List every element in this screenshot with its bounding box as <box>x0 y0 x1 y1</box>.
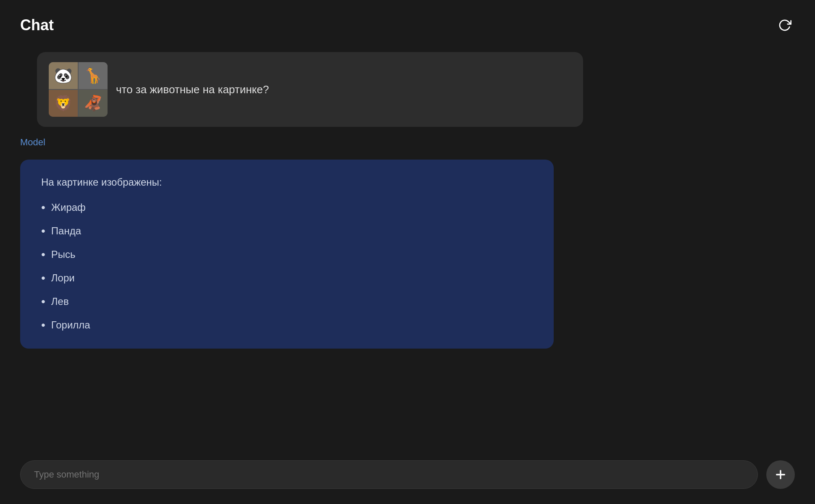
chat-area: 🐼 🦒 🦁 🦧 что за животные на картинке? Mod… <box>0 44 815 452</box>
list-item: Панда <box>41 224 533 238</box>
animal-cell-3: 🦁 <box>49 90 78 117</box>
chat-input[interactable] <box>34 469 744 480</box>
plus-icon <box>774 468 787 481</box>
add-button[interactable] <box>766 460 795 489</box>
animal-cell-4: 🦧 <box>79 90 108 117</box>
refresh-icon <box>778 18 791 32</box>
user-message-image: 🐼 🦒 🦁 🦧 <box>49 62 108 117</box>
animals-list: ЖирафПандаРысьЛориЛевГорилла <box>41 201 533 332</box>
model-response-bubble: На картинке изображены: ЖирафПандаРысьЛо… <box>20 160 554 349</box>
model-label: Model <box>20 137 795 150</box>
list-item: Горилла <box>41 318 533 332</box>
animal-cell-2: 🦒 <box>79 62 108 89</box>
response-intro: На картинке изображены: <box>41 176 533 188</box>
user-message-bubble: 🐼 🦒 🦁 🦧 что за животные на картинке? <box>37 52 583 127</box>
input-area <box>0 452 815 504</box>
list-item: Лори <box>41 271 533 285</box>
list-item: Рысь <box>41 248 533 261</box>
user-message-text: что за животные на картинке? <box>116 83 269 96</box>
list-item: Жираф <box>41 201 533 214</box>
header: Chat <box>0 0 815 44</box>
page-title: Chat <box>20 16 54 34</box>
refresh-button[interactable] <box>775 15 795 35</box>
animal-cell-1: 🐼 <box>49 62 78 89</box>
text-input-container <box>20 460 758 489</box>
list-item: Лев <box>41 295 533 308</box>
